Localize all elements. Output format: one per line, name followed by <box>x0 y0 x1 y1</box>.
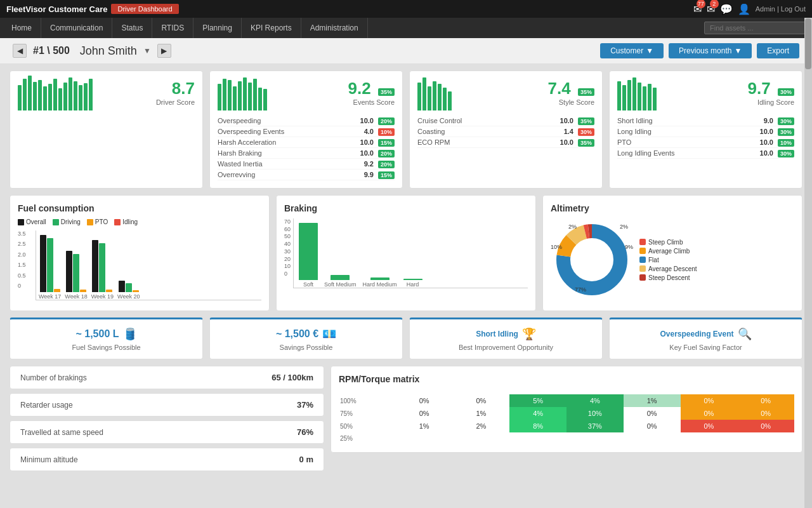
matrix-row-label-100: 100% <box>339 394 396 407</box>
donut-label-77pct: 77% <box>575 286 586 293</box>
best-improvement-card: Short Idling 🏆 Best Improvement Opportun… <box>409 318 603 359</box>
rpm-torque-matrix: 100% 0% 0% 5% 4% 1% 0% 0% 75% 0% 1 <box>339 389 794 444</box>
customer-button[interactable]: Customer ▼ <box>600 43 664 58</box>
nav-communication[interactable]: Communication <box>41 18 112 38</box>
stat-retarder-value: 37% <box>297 400 313 410</box>
money-savings-value: ~ 1,500 € <box>276 328 318 340</box>
matrix-cell: 37% <box>566 420 624 432</box>
nav-planning[interactable]: Planning <box>193 18 242 38</box>
opportunity-row: ~ 1,500 L 🛢️ Fuel Savings Possible ~ 1,5… <box>10 318 802 359</box>
stat-brakings-label: Number of brakings <box>20 373 87 382</box>
matrix-cell: 0% <box>681 394 738 407</box>
mail-icon-badge[interactable]: ✉2 <box>707 3 715 15</box>
matrix-card: RPM/Torque matrix <box>331 366 802 453</box>
idling-score-value: 9.7 30% <box>748 79 794 98</box>
brand: FleetVisor Customer Care Driver Dashboar… <box>6 4 179 14</box>
braking-chart-title: Braking <box>284 203 528 213</box>
asset-search-input[interactable] <box>704 22 806 34</box>
matrix-cell: 8% <box>509 420 566 432</box>
idling-score-card: 9.7 30% Idling Score Short Idling9.0 30%… <box>609 70 802 189</box>
stat-min-altitude-label: Minimum altitude <box>20 455 78 464</box>
matrix-row-75: 75% 0% 1% 4% 10% 0% 0% 0% <box>339 407 794 420</box>
nav-administration[interactable]: Administration <box>301 18 368 38</box>
stat-same-speed: Travelled at same speed 76% <box>10 420 324 444</box>
top-right-icons: ✉77 ✉2 💬 👤 Admin | Log Out <box>693 3 806 15</box>
donut-label-2pct-left: 2% <box>568 224 577 230</box>
nav-kpi-reports[interactable]: KPI Reports <box>242 18 301 38</box>
matrix-cell: 0% <box>453 394 510 407</box>
braking-soft: Soft <box>299 223 318 288</box>
matrix-cell: 0% <box>624 420 681 432</box>
matrix-cell: 0% <box>396 407 453 420</box>
driver-dropdown-arrow[interactable]: ▼ <box>143 46 151 55</box>
events-score-value: 9.2 35% <box>348 79 395 98</box>
stat-same-speed-label: Travelled at same speed <box>20 428 103 437</box>
matrix-row-label-25: 25% <box>339 432 396 444</box>
matrix-cell: 1% <box>396 420 453 432</box>
envelope-icon-badge[interactable]: ✉77 <box>693 3 702 15</box>
idling-score-bars <box>617 79 657 110</box>
idling-score-details: Short Idling9.0 30% Long Idling10.0 30% … <box>617 116 794 159</box>
stat-same-speed-value: 76% <box>297 427 313 437</box>
export-button[interactable]: Export <box>757 43 799 58</box>
braking-hard: Hard <box>403 279 422 288</box>
fuel-savings-label: Fuel Savings Possible <box>18 344 195 351</box>
style-score-details: Cruise Control10.0 35% Coasting1.4 30% E… <box>417 116 594 148</box>
money-savings-label: Savings Possible <box>218 344 395 351</box>
matrix-row-25: 25% <box>339 432 794 444</box>
charts-row: Fuel consumption Overall Driving PTO Idl… <box>10 195 802 311</box>
matrix-header-pct <box>339 389 396 394</box>
stat-min-altitude: Minimum altitude 0 m <box>10 448 324 471</box>
nav-home[interactable]: Home <box>6 18 41 38</box>
stat-retarder-label: Retarder usage <box>20 401 73 410</box>
stat-retarder: Retarder usage 37% <box>10 393 324 417</box>
matrix-title: RPM/Torque matrix <box>339 374 794 384</box>
donut-label-10pct: 10% <box>551 244 562 250</box>
altimetry-donut-wrapper: 2% 2% 9% 10% 77% <box>551 218 633 303</box>
fuel-savings-value: ~ 1,500 L <box>75 328 119 340</box>
fuel-y-axis: 3.52.52.01.50.50 <box>18 231 26 289</box>
brand-name: FleetVisor Customer Care <box>6 4 107 14</box>
matrix-cell: 10% <box>566 407 624 420</box>
envelope-count: 77 <box>697 0 705 8</box>
driver-score-bars <box>18 79 93 110</box>
main-content: 8.7 Driver Score 9.2 35% Events Score <box>0 64 812 508</box>
altimetry-chart-title: Altimetry <box>551 203 794 213</box>
driver-actions: Customer ▼ Previous month ▼ Export <box>600 43 799 58</box>
driver-position: #1 \ 500 <box>33 45 70 57</box>
matrix-col-1 <box>396 389 453 394</box>
braking-bars: Soft Soft Medium Hard Medium Hard <box>293 218 528 288</box>
prev-driver-arrow[interactable]: ◀ <box>13 44 27 58</box>
admin-user[interactable]: Admin <box>756 5 775 13</box>
fuel-savings-card: ~ 1,500 L 🛢️ Fuel Savings Possible <box>10 318 203 359</box>
next-driver-arrow[interactable]: ▶ <box>157 44 171 58</box>
matrix-cell: 0% <box>737 420 794 432</box>
matrix-cell: 4% <box>566 394 624 407</box>
dashboard-tab[interactable]: Driver Dashboard <box>111 4 178 14</box>
matrix-cell: 0% <box>737 394 794 407</box>
user-icon[interactable]: 👤 <box>738 3 750 15</box>
style-score-bars <box>417 79 452 110</box>
matrix-col-3 <box>509 389 566 394</box>
stat-brakings: Number of brakings 65 / 100km <box>10 366 324 389</box>
page-scrollbar[interactable] <box>804 18 812 508</box>
idling-score-label: Idling Score <box>748 98 794 106</box>
matrix-cell: 0% <box>737 407 794 420</box>
matrix-row-100: 100% 0% 0% 5% 4% 1% 0% 0% <box>339 394 794 407</box>
matrix-cell: 1% <box>624 394 681 407</box>
fuel-chart-card: Fuel consumption Overall Driving PTO Idl… <box>10 195 270 311</box>
fuel-chart-title: Fuel consumption <box>18 203 261 213</box>
stats-column: Number of brakings 65 / 100km Retarder u… <box>10 366 324 475</box>
fuel-legend: Overall Driving PTO Idling <box>18 218 261 225</box>
prev-month-button[interactable]: Previous month ▼ <box>669 43 752 58</box>
scroll-thumb[interactable] <box>805 18 811 69</box>
prev-month-dropdown-icon: ▼ <box>734 46 742 55</box>
nav-status[interactable]: Status <box>112 18 152 38</box>
matrix-cell <box>737 432 794 444</box>
fuel-bars-area: Week 17 Week 18 <box>36 231 261 300</box>
stat-min-altitude-value: 0 m <box>299 455 313 464</box>
key-fuel-saving-value: Overspeeding Event <box>660 330 733 338</box>
nav-rtids[interactable]: RTIDS <box>152 18 193 38</box>
chat-icon[interactable]: 💬 <box>720 3 733 15</box>
admin-logout[interactable]: Log Out <box>781 5 806 13</box>
